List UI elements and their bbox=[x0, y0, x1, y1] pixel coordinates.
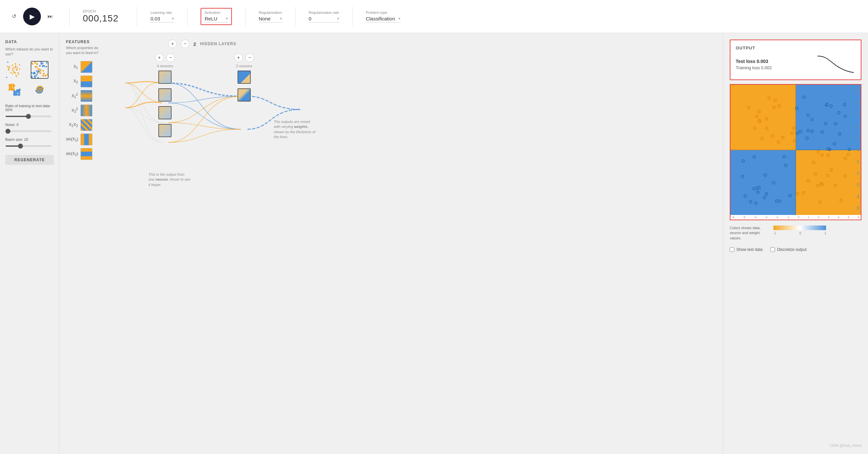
show-test-data-label: Show test data bbox=[736, 247, 763, 252]
feature-sinx1-label: sin(X1) bbox=[66, 137, 78, 142]
activation-select[interactable]: ReLUTanhSigmoidLinear bbox=[205, 16, 228, 22]
divider3 bbox=[187, 7, 187, 26]
layer2-neurons-label: 2 neurons bbox=[236, 64, 252, 68]
layer2-remove-neuron-button[interactable]: − bbox=[245, 54, 254, 62]
regularization-select-wrap[interactable]: NoneL1L2 bbox=[259, 16, 282, 23]
feature-x1sq-thumb bbox=[81, 90, 92, 102]
color-legend: Colors shows data, neuron and weight val… bbox=[730, 226, 861, 241]
neuron-l2-2[interactable] bbox=[238, 88, 251, 102]
legend-bar-labels: -1 0 1 bbox=[773, 231, 826, 235]
feature-x2[interactable]: X2 bbox=[66, 75, 102, 87]
regularization-select[interactable]: NoneL1L2 bbox=[259, 16, 276, 22]
legend-max: 1 bbox=[824, 231, 826, 235]
play-button[interactable]: ▶ bbox=[23, 8, 41, 25]
problem-type-group: Problem type ClassificationRegression bbox=[366, 10, 401, 23]
features-list: X1 X2 X12 X22 bbox=[66, 61, 102, 160]
dataset-item-xor[interactable] bbox=[31, 61, 49, 79]
feature-x1-thumb bbox=[81, 61, 92, 73]
batch-slider-row: Batch size: 10 bbox=[5, 137, 54, 148]
layer2-neurons bbox=[238, 70, 251, 102]
loss-curve-chart bbox=[816, 55, 856, 74]
remove-layer-button[interactable]: − bbox=[181, 39, 189, 48]
output-title: OUTPUT bbox=[736, 45, 856, 51]
problem-type-select-wrap[interactable]: ClassificationRegression bbox=[366, 16, 401, 23]
watermark: CSDN @Andy_shend bbox=[730, 444, 861, 447]
noise-slider[interactable] bbox=[5, 131, 52, 132]
dataset-item-spiral[interactable] bbox=[31, 81, 49, 99]
discretize-output-checkbox[interactable] bbox=[770, 247, 775, 252]
options-row: Show test data Discretize output bbox=[730, 247, 861, 252]
feature-x1sq-label: X12 bbox=[66, 93, 78, 99]
features-desc: Which properties do you want to feed in? bbox=[66, 45, 102, 56]
ratio-slider-row: Ratio of training to test data: 50% bbox=[5, 104, 54, 118]
neuron-l1-2[interactable] bbox=[158, 88, 172, 102]
epoch-group: Epoch 000,152 bbox=[83, 9, 118, 24]
top-bar: ↺ ▶ ⏭ Epoch 000,152 Learning rate 0.0000… bbox=[0, 0, 868, 33]
feature-x1[interactable]: X1 bbox=[66, 61, 102, 73]
legend-min: -1 bbox=[773, 231, 776, 235]
layer2-btn-group: + − bbox=[234, 54, 254, 62]
feature-x1x2-thumb bbox=[81, 119, 92, 131]
learning-rate-group: Learning rate 0.000010.00010.0010.0030.0… bbox=[150, 10, 174, 23]
training-loss-value: 0.002 bbox=[761, 65, 772, 70]
layer2-controls: + − 2 neurons bbox=[234, 54, 254, 102]
regularization-rate-select[interactable]: 00.0010.0030.010.030.10.31310 bbox=[309, 16, 327, 22]
learning-rate-select[interactable]: 0.000010.00010.0010.0030.010.030.10.3131… bbox=[150, 16, 174, 22]
regularization-rate-select-wrap[interactable]: 00.0010.0030.010.030.10.31310 bbox=[309, 16, 339, 23]
noise-slider-row: Noise: 0 bbox=[5, 123, 54, 133]
feature-sinx1-thumb bbox=[81, 133, 92, 145]
regenerate-button[interactable]: REGENERATE bbox=[5, 155, 54, 165]
layer1-btn-group: + − bbox=[155, 54, 175, 62]
learning-rate-select-wrap[interactable]: 0.000010.00010.0010.0030.010.030.10.3131… bbox=[150, 16, 174, 23]
main-content: DATA Which dataset do you want to use? R… bbox=[0, 33, 868, 454]
output-visualization-box: -6-5-4-3-2-10123456 bbox=[730, 84, 861, 220]
feature-x1x2[interactable]: X1X2 bbox=[66, 119, 102, 131]
dataset-item-gaussian[interactable] bbox=[5, 81, 23, 99]
neuron-l2-1[interactable] bbox=[238, 70, 251, 84]
neuron-l1-1[interactable] bbox=[158, 70, 172, 84]
dataset-item-circle[interactable] bbox=[5, 61, 23, 79]
learning-rate-label: Learning rate bbox=[150, 10, 174, 14]
playback-controls: ↺ ▶ ⏭ bbox=[8, 8, 56, 25]
ratio-slider[interactable] bbox=[5, 116, 52, 117]
legend-color-bar bbox=[773, 226, 826, 230]
divider bbox=[69, 7, 70, 26]
layer1-controls: + − 4 neurons bbox=[155, 54, 175, 137]
regularization-group: Regularization NoneL1L2 bbox=[259, 10, 282, 23]
noise-label: Noise: 0 bbox=[5, 123, 54, 127]
epoch-value: 000,152 bbox=[83, 13, 118, 24]
test-loss-label: Test loss bbox=[736, 59, 755, 64]
reset-button[interactable]: ↺ bbox=[8, 10, 20, 23]
hidden-layers-count: 2 bbox=[193, 41, 196, 47]
show-test-data-checkbox[interactable] bbox=[730, 247, 734, 252]
feature-x1sq[interactable]: X12 bbox=[66, 90, 102, 102]
epoch-label: Epoch bbox=[83, 9, 118, 13]
batch-slider[interactable] bbox=[5, 145, 52, 147]
divider4 bbox=[245, 7, 245, 26]
layer2-add-neuron-button[interactable]: + bbox=[234, 54, 243, 62]
discretize-output-option[interactable]: Discretize output bbox=[770, 247, 806, 252]
feature-sinx1[interactable]: sin(X1) bbox=[66, 133, 102, 145]
training-loss-display: Training loss 0.002 bbox=[736, 65, 772, 70]
loss-row: Test loss 0.003 Training loss 0.002 bbox=[736, 55, 856, 74]
show-test-data-option[interactable]: Show test data bbox=[730, 247, 763, 252]
feature-sinx2[interactable]: sin(X2) bbox=[66, 148, 102, 160]
neuron-l1-4[interactable] bbox=[158, 124, 172, 137]
features-column: FEATURES Which properties do you want to… bbox=[66, 39, 102, 160]
feature-x2sq[interactable]: X22 bbox=[66, 104, 102, 117]
annotation-output-mixing: The outputs are mixed with varying weigh… bbox=[274, 119, 317, 140]
activation-select-wrap[interactable]: ReLUTanhSigmoidLinear bbox=[205, 16, 228, 23]
batch-label: Batch size: 10 bbox=[5, 137, 54, 141]
problem-type-label: Problem type bbox=[366, 10, 401, 14]
divider5 bbox=[295, 7, 296, 26]
step-button[interactable]: ⏭ bbox=[44, 10, 56, 23]
discretize-output-label: Discretize output bbox=[777, 247, 806, 252]
feature-x2-label: X2 bbox=[66, 79, 78, 84]
neuron-l1-3[interactable] bbox=[158, 106, 172, 119]
layer1-add-neuron-button[interactable]: + bbox=[155, 54, 164, 62]
problem-type-select[interactable]: ClassificationRegression bbox=[366, 16, 401, 22]
add-layer-button[interactable]: + bbox=[168, 39, 177, 48]
layer1-remove-neuron-button[interactable]: − bbox=[166, 54, 175, 62]
network-layers-area: + − 2 HIDDEN LAYERS + − 4 neurons bbox=[116, 39, 716, 160]
loss-values: Test loss 0.003 Training loss 0.002 bbox=[736, 59, 772, 70]
